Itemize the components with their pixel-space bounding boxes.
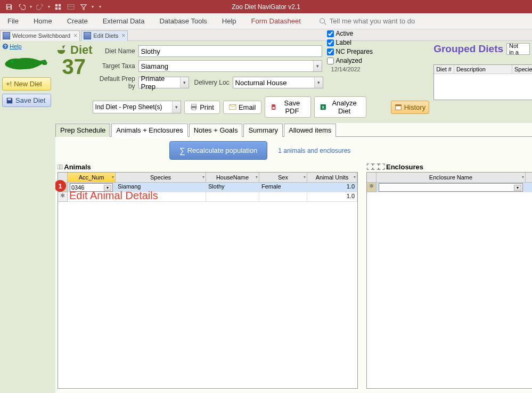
svg-rect-13 <box>192 108 196 110</box>
redo-dropdown-icon[interactable]: ▾ <box>47 4 51 9</box>
close-icon[interactable]: × <box>73 32 77 39</box>
col-enclosure-name[interactable]: Enclosure Name▾ <box>377 173 526 183</box>
new-diet-button[interactable]: +!New Diet <box>2 77 51 91</box>
tab-label: Edit Diets <box>93 32 118 39</box>
tab-welcome-switchboard[interactable]: Welcome Switchboard × <box>0 30 80 41</box>
col-sex[interactable]: Sex▾ <box>259 173 307 183</box>
undo-icon[interactable] <box>16 2 28 12</box>
save-icon <box>6 97 13 104</box>
col-animal-units[interactable]: Animal Units▾ <box>307 173 357 183</box>
svg-rect-0 <box>55 4 58 6</box>
animals-grid[interactable]: Acc_Num▾ Species▾ HouseName▾ Sex▾ Animal… <box>58 172 358 389</box>
filter-dropdown-icon[interactable]: ▾ <box>91 4 95 9</box>
population-status[interactable]: 1 animals and enclosures <box>278 147 350 154</box>
diet-number: 37 <box>55 55 93 79</box>
svg-rect-2 <box>55 7 58 9</box>
target-taxa-combo[interactable]: Siamang▾ <box>138 60 322 72</box>
crocodile-logo-icon <box>2 53 50 74</box>
recalculate-button[interactable]: ∑Recalculate population <box>169 141 267 160</box>
redo-icon[interactable] <box>34 2 46 12</box>
history-button[interactable]: History <box>391 101 429 114</box>
email-button[interactable]: Email <box>223 101 262 114</box>
svg-point-6 <box>320 18 325 23</box>
diet-header: Diet 37 <box>55 43 93 123</box>
help-link[interactable]: ? Help <box>2 43 51 50</box>
menu-file[interactable]: File <box>0 13 26 29</box>
chevron-down-icon: ▾ <box>172 101 181 113</box>
save-diet-button[interactable]: Save Diet <box>2 94 51 107</box>
grouped-diets-panel: Grouped Diets Not in a Diet # Descriptio… <box>429 43 532 123</box>
col-housename[interactable]: HouseName▾ <box>206 173 259 183</box>
tell-me-search[interactable] <box>319 17 436 25</box>
col-species[interactable]: Species▾ <box>116 173 206 183</box>
enclosures-grid[interactable]: Enclosure Name▾ Units▾ ▾ 1.0 <box>366 172 532 389</box>
tab-body: ∑Recalculate population 1 animals and en… <box>55 137 532 393</box>
mortar-icon <box>55 44 67 56</box>
excel-icon: X <box>320 103 326 111</box>
form-tab-icon <box>84 32 91 39</box>
menu-create[interactable]: Create <box>60 13 95 29</box>
menu-home[interactable]: Home <box>26 13 60 29</box>
menu-database-tools[interactable]: Database Tools <box>152 13 214 29</box>
report-type-combo[interactable]: Ind Diet - Prep Sheet(s)▾ <box>93 101 182 113</box>
form-icon[interactable] <box>65 2 77 12</box>
filter-icon[interactable] <box>78 2 89 12</box>
analyze-diet-button[interactable]: XAnalyze Diet <box>314 96 366 118</box>
svg-line-7 <box>324 22 326 24</box>
svg-point-10 <box>11 61 13 63</box>
svg-rect-19 <box>395 105 401 107</box>
menu-help[interactable]: Help <box>215 13 244 29</box>
main-content: Diet 37 Diet Name Active Label NC Prepar… <box>53 41 532 393</box>
svg-rect-15 <box>273 107 275 109</box>
undo-dropdown-icon[interactable]: ▾ <box>29 4 33 9</box>
tab-summary[interactable]: Summary <box>243 124 283 137</box>
ribbon-menu: File Home Create External Data Database … <box>0 13 532 29</box>
tab-label: Welcome Switchboard <box>12 32 70 39</box>
default-prep-combo[interactable]: Primate Prep▾ <box>138 77 189 88</box>
print-icon <box>190 103 198 111</box>
grouped-diets-grid[interactable]: Diet # Description Species <box>433 64 532 100</box>
grouped-filter-combo[interactable]: Not in a <box>506 43 530 55</box>
chevron-down-icon: ▾ <box>314 77 323 88</box>
close-icon[interactable]: × <box>121 32 125 39</box>
nc-prepares-checkbox[interactable]: NC Prepares <box>327 48 373 55</box>
new-row[interactable]: ▾ 1.0 <box>367 183 532 192</box>
diet-name-input[interactable] <box>138 45 322 57</box>
tab-notes-goals[interactable]: Notes + Goals <box>189 124 243 137</box>
chevron-down-icon: ▾ <box>313 61 322 71</box>
col-acc-num[interactable]: Acc_Num▾ <box>68 173 116 183</box>
pdf-icon <box>271 103 277 111</box>
sub-tab-strip: Prep Schedule Animals + Enclosures Notes… <box>55 123 532 137</box>
svg-text:X: X <box>322 105 324 110</box>
tab-edit-diets[interactable]: Edit Diets × <box>81 30 128 41</box>
menu-form-datasheet[interactable]: Form Datasheet <box>244 13 308 29</box>
form-tab-icon <box>3 32 10 39</box>
tell-me-input[interactable] <box>330 17 436 25</box>
save-pdf-button[interactable]: Save PDF <box>265 96 310 118</box>
tab-allowed-items[interactable]: Allowed items <box>284 124 336 137</box>
chevron-down-icon: ▾ <box>180 77 189 88</box>
col-species: Species <box>512 65 532 73</box>
menu-external-data[interactable]: External Data <box>95 13 152 29</box>
date-text: 12/14/2022 <box>331 66 373 72</box>
search-icon <box>319 18 326 25</box>
delivery-loc-combo[interactable]: Nocturnal House▾ <box>233 77 323 88</box>
animal-icons: 𓅿𓅿𓅿 <box>58 163 62 171</box>
email-icon <box>229 104 236 110</box>
document-tabs: Welcome Switchboard × Edit Diets × <box>0 29 532 41</box>
label-checkbox[interactable]: Label <box>327 41 373 46</box>
col-units[interactable]: Units▾ <box>526 173 532 183</box>
tab-animals-enclosures[interactable]: Animals + Enclosures <box>111 124 187 137</box>
diet-name-label: Diet Name <box>93 47 135 55</box>
col-diet-num: Diet # <box>434 65 454 73</box>
enclosure-cell-combo[interactable]: ▾ <box>379 183 523 192</box>
save-icon[interactable] <box>3 2 15 12</box>
analyzed-checkbox[interactable]: Analyzed <box>327 57 373 64</box>
view-icon[interactable] <box>52 2 64 12</box>
qat-customize-icon[interactable]: ▾ <box>98 4 102 9</box>
enclosure-icons: ⛶⛶⛶ <box>366 163 384 171</box>
print-button[interactable]: Print <box>184 101 220 114</box>
calendar-icon <box>395 103 402 111</box>
svg-rect-3 <box>59 7 61 9</box>
tab-prep-schedule[interactable]: Prep Schedule <box>55 124 110 137</box>
